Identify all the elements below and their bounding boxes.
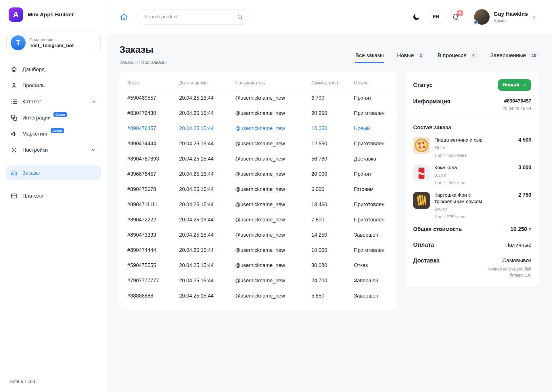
tab-count-badge: 4: [470, 52, 477, 59]
sidebar-item-dashboard[interactable]: Дашборд: [6, 62, 101, 77]
tab-label: В процессе: [438, 52, 466, 59]
column-header-user: Пользователь: [235, 80, 311, 86]
order-datetime-cell: 20.04.25 15:44: [179, 156, 235, 162]
brand-name: Mini Apps Builder: [28, 11, 74, 18]
order-user-cell: @usernickname_new: [235, 156, 311, 162]
order-datetime-cell: 20.04.25 15:44: [179, 262, 235, 269]
sidebar-item-label: Дашборд: [22, 67, 45, 73]
table-row[interactable]: #8904767893 20.04.25 15:44 @usernickname…: [127, 151, 389, 167]
order-id-cell: #396676457: [127, 171, 179, 177]
avatar: [474, 9, 490, 25]
tab-label: Завершенные: [490, 52, 526, 59]
language-button[interactable]: EN: [428, 10, 444, 24]
order-status-cell: Принят: [354, 171, 389, 177]
divider: [413, 117, 531, 117]
sidebar-item-settings[interactable]: Настройки: [6, 142, 101, 157]
order-datetime-cell: 20.04.25 15:44: [179, 278, 235, 284]
order-datetime-value: 20.04.25 15:44: [503, 106, 531, 111]
order-status-cell: Приготовлен: [354, 247, 389, 253]
table-row[interactable]: #890476457 20.04.25 15:44 @usernickname_…: [127, 121, 389, 136]
content: Заказы Заказы > Все заказы Все заказы Но…: [107, 34, 552, 392]
orders-table-card: Заказ Дата и время Пользователь Сумма, т…: [119, 72, 397, 310]
orders-table-header: Заказ Дата и время Пользователь Сумма, т…: [127, 75, 389, 90]
sidebar-item-marketing[interactable]: Маркетинг Скоро: [6, 126, 101, 141]
order-status-cell: Готовим: [354, 186, 389, 192]
product-qty-price: 1 шт * 2750 тенге: [434, 215, 511, 219]
order-id-cell: #890475678: [127, 186, 179, 192]
tab-completed[interactable]: Завершенные 10: [490, 52, 539, 63]
sidebar-item-catalog[interactable]: Каталог: [6, 94, 101, 109]
payment-label: Оплата: [413, 242, 434, 248]
order-items: Пицца ветчина и сыр 35 см 1 шт * 4500 те…: [413, 137, 531, 219]
app-card-name: Test_Telegram_bot: [30, 43, 74, 49]
notifications-button[interactable]: 8: [451, 13, 460, 21]
delivery-label: Доставка: [413, 257, 440, 264]
sidebar-item-label: Интеграции: [22, 115, 51, 121]
table-row[interactable]: #890473333 20.04.25 15:44 @usernickname_…: [127, 227, 389, 243]
search-icon[interactable]: [237, 13, 244, 20]
status-label: Статус: [413, 82, 432, 88]
chevron-down-icon: [91, 99, 97, 105]
wallet-icon: [10, 192, 18, 200]
order-amount-cell: 20 000: [311, 171, 354, 177]
order-user-cell: @usernickname_new: [235, 95, 311, 101]
table-row[interactable]: #590489557 20.04.25 15:44 @usernickname_…: [127, 90, 389, 106]
tab-in-progress[interactable]: В процессе 4: [438, 52, 477, 63]
order-status-cell: Приготовлен: [354, 202, 389, 208]
delivery-value: Самовывоз: [477, 257, 531, 264]
status-select-button[interactable]: Новый: [498, 79, 531, 91]
order-id-cell: #590489557: [127, 95, 179, 101]
app-card-label: Приложение: [30, 37, 74, 42]
table-row[interactable]: #890474444 20.04.25 15:44 @usernickname_…: [127, 243, 389, 258]
product-total-price: 3 000: [518, 165, 531, 185]
user-menu[interactable]: Guy Hawkins Админ: [474, 9, 538, 25]
home-icon: [119, 18, 129, 22]
sidebar-item-integrations[interactable]: Интеграции Скоро: [6, 110, 101, 125]
table-row[interactable]: #88888888 20.04.25 15:44 @usernickname_n…: [127, 288, 389, 304]
current-app-card[interactable]: T Приложение Test_Telegram_bot: [6, 32, 101, 54]
tab-all[interactable]: Все заказы: [355, 52, 384, 63]
version-label: Beta v.1.0.0: [9, 379, 35, 385]
product-size: 280 гр: [434, 206, 511, 211]
tab-label: Все заказы: [355, 52, 384, 59]
total-row: Общая стоимость 10 250 т: [413, 226, 531, 232]
sidebar-item-label: Заказы: [22, 170, 40, 176]
topbar-right: EN 8 Guy Hawkins Админ: [412, 9, 538, 25]
tab-count-badge: 2: [417, 52, 425, 59]
order-datetime-cell: 20.04.25 15:44: [179, 141, 235, 147]
table-row[interactable]: #590475555 20.04.25 15:44 @usernickname_…: [127, 258, 389, 273]
chevron-down-icon: [522, 83, 527, 88]
table-row[interactable]: #8904711111 20.04.25 15:44 @usernickname…: [127, 197, 389, 212]
breadcrumb: Заказы > Все заказы: [119, 60, 167, 65]
home-icon: [10, 66, 18, 73]
table-row[interactable]: #890475678 20.04.25 15:44 @usernickname_…: [127, 182, 389, 197]
orders-icon: [10, 169, 18, 177]
order-user-cell: @usernickname_new: [235, 247, 311, 253]
bell-icon: [451, 18, 460, 22]
moon-icon: [412, 18, 421, 22]
order-item: Картошка Фри с трюфельным соусом 280 гр …: [413, 192, 531, 219]
search-input[interactable]: [137, 9, 249, 25]
table-row[interactable]: #890472222 20.04.25 15:44 @usernickname_…: [127, 212, 389, 227]
column-header-amount: Сумма, тенге: [311, 80, 354, 86]
table-row[interactable]: #7907777777 20.04.25 15:44 @usernickname…: [127, 273, 389, 288]
order-user-cell: @usernickname_new: [235, 186, 311, 192]
marketing-icon: [10, 130, 18, 138]
table-row[interactable]: #890474444 20.04.25 15:44 @usernickname_…: [127, 136, 389, 151]
tab-count-badge: 10: [529, 52, 539, 59]
order-id-cell: #890476457: [127, 125, 179, 132]
total-label: Общая стоимость: [413, 226, 462, 232]
sidebar-item-orders[interactable]: Заказы: [6, 165, 101, 180]
content-grid: Заказ Дата и время Пользователь Сумма, т…: [119, 72, 539, 310]
table-row[interactable]: #396676457 20.04.25 15:44 @usernickname_…: [127, 167, 389, 182]
product-name: Кока-кола: [434, 165, 489, 171]
tab-new[interactable]: Новые 2: [397, 52, 424, 63]
dark-mode-button[interactable]: [412, 13, 421, 21]
table-row[interactable]: #830476430 20.04.25 15:44 @usernickname_…: [127, 106, 389, 121]
sidebar-item-payments[interactable]: Платежи: [6, 188, 101, 203]
home-button[interactable]: [119, 12, 129, 22]
order-user-cell: @usernickname_new: [235, 293, 311, 299]
user-name: Guy Hawkins: [494, 11, 528, 17]
sidebar-item-profile[interactable]: Профиль: [6, 78, 101, 93]
breadcrumb-root[interactable]: Заказы: [119, 60, 136, 65]
